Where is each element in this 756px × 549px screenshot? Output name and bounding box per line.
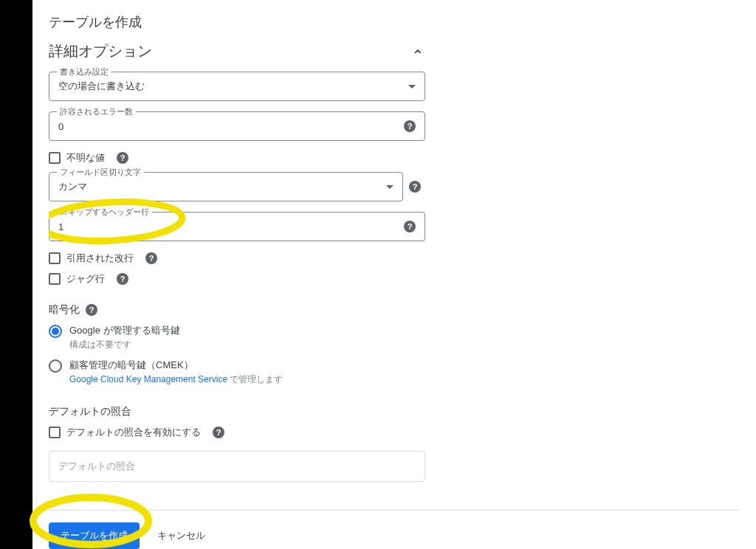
help-icon[interactable]: ?: [404, 120, 416, 132]
encryption-google-managed-sub: 構成は不要です: [69, 339, 180, 351]
jagged-rows-checkbox[interactable]: [49, 273, 61, 285]
advanced-options-header[interactable]: 詳細オプション: [49, 41, 425, 61]
default-collation-placeholder: デフォルトの照合: [58, 460, 135, 473]
skip-header-rows-value: 1: [58, 221, 404, 232]
create-table-button[interactable]: テーブルを作成: [49, 522, 140, 549]
help-icon[interactable]: ?: [117, 273, 128, 285]
advanced-options-title: 詳細オプション: [49, 41, 152, 61]
chevron-up-icon: [410, 44, 425, 59]
allowed-errors-value: 0: [58, 121, 404, 132]
allowed-errors-input[interactable]: 許容されるエラー数 0 ?: [49, 111, 425, 141]
skip-header-rows-label: スキップするヘッダー行: [57, 207, 152, 218]
dropdown-caret-icon: [386, 185, 394, 189]
jagged-rows-label: ジャグ行: [66, 272, 105, 286]
dropdown-caret-icon: [408, 85, 416, 89]
help-icon[interactable]: ?: [145, 252, 157, 264]
help-icon[interactable]: ?: [409, 181, 421, 193]
default-collation-select: デフォルトの照合: [49, 451, 425, 482]
unknown-values-checkbox[interactable]: [49, 152, 61, 164]
encryption-google-managed-label: Google が管理する暗号鍵: [69, 324, 180, 337]
write-disposition-value: 空の場合に書き込む: [58, 80, 402, 93]
encryption-cmek-sub: Google Cloud Key Management Service で管理し…: [69, 373, 283, 386]
enable-default-collation-checkbox[interactable]: [49, 427, 61, 438]
field-delimiter-value: カンマ: [58, 180, 380, 193]
field-delimiter-select[interactable]: フィールド区切り文字 カンマ: [49, 172, 403, 201]
encryption-cmek-label: 顧客管理の暗号鍵（CMEK）: [69, 359, 283, 372]
cancel-button[interactable]: キャンセル: [153, 528, 210, 543]
write-disposition-select[interactable]: 書き込み設定 空の場合に書き込む: [49, 72, 425, 101]
quoted-newlines-checkbox[interactable]: [49, 252, 61, 264]
left-sidebar-edge: [0, 0, 32, 549]
write-disposition-label: 書き込み設定: [57, 66, 111, 77]
unknown-values-label: 不明な値: [66, 151, 105, 165]
default-collation-heading: デフォルトの照合: [49, 405, 131, 418]
encryption-cmek-kms-link[interactable]: Google Cloud Key Management Service: [69, 374, 227, 384]
allowed-errors-label: 許容されるエラー数: [57, 106, 136, 117]
skip-header-rows-input[interactable]: スキップするヘッダー行 1 ?: [49, 212, 425, 241]
help-icon[interactable]: ?: [404, 221, 416, 232]
help-icon[interactable]: ?: [117, 152, 128, 164]
field-delimiter-label: フィールド区切り文字: [57, 167, 144, 178]
encryption-heading: 暗号化: [49, 303, 80, 317]
encryption-google-managed-radio[interactable]: [49, 325, 62, 338]
encryption-cmek-radio[interactable]: [49, 359, 62, 373]
footer-actions: テーブルを作成 キャンセル: [49, 510, 740, 549]
panel-title: テーブルを作成: [49, 13, 740, 31]
quoted-newlines-label: 引用された改行: [66, 252, 134, 265]
help-icon[interactable]: ?: [213, 427, 224, 438]
help-icon[interactable]: ?: [86, 304, 97, 316]
enable-default-collation-label: デフォルトの照合を有効にする: [66, 426, 201, 439]
